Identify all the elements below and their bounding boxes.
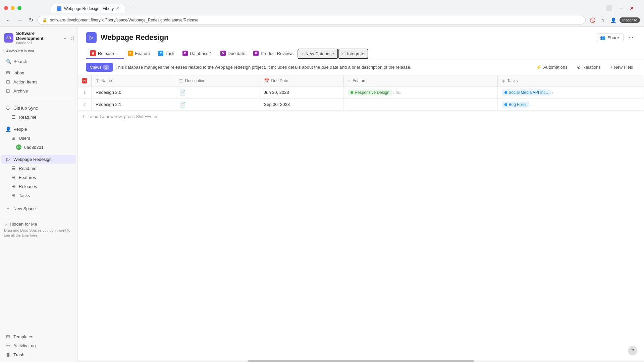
help-button[interactable]: ? bbox=[628, 346, 637, 355]
workspace-logo: SD bbox=[4, 33, 13, 43]
col-features[interactable]: ○ Features bbox=[344, 75, 498, 86]
workspace-id: 6ad8d3d1 bbox=[16, 41, 61, 45]
col-description[interactable]: ☰ Description bbox=[175, 75, 260, 86]
bookmark-icon[interactable]: ☆ bbox=[599, 16, 607, 24]
forward-btn[interactable]: → bbox=[15, 16, 25, 24]
table-header: R ⊤ Name ☰ bbox=[78, 75, 644, 86]
automations-icon: ⚡ bbox=[536, 65, 541, 70]
sidebar-item-archive[interactable]: ⊟ Archive bbox=[1, 86, 76, 95]
hidden-for-me-header[interactable]: ⌄ Hidden for Me bbox=[4, 222, 73, 227]
row-2-due-date[interactable]: Sep 30, 2023 bbox=[260, 99, 344, 111]
tab-due-date[interactable]: D Due date bbox=[216, 49, 250, 59]
relations-label: Relations bbox=[583, 65, 601, 70]
reload-btn[interactable]: ↻ bbox=[27, 15, 35, 24]
sidebar-item-activity-log[interactable]: ☰ Activity Log bbox=[1, 341, 76, 350]
sidebar-item-github-readme[interactable]: ☰ Read.me bbox=[1, 113, 76, 121]
sidebar-item-wr-readme[interactable]: ☰ Read.me bbox=[1, 164, 76, 173]
templates-label: Templates bbox=[13, 334, 72, 339]
sidebar-item-wr-features[interactable]: ⊞ Features bbox=[1, 173, 76, 182]
url-text: software-development.fibery.io/fibery/sp… bbox=[50, 18, 581, 22]
sidebar-item-inbox[interactable]: ✉ Inbox bbox=[1, 68, 76, 77]
sidebar-divider-2 bbox=[4, 216, 73, 216]
browser-titlebar: Webpage Redesign | Fibery ✕ + ⬜ ─ ✕ bbox=[0, 0, 644, 13]
sidebar-item-github-sync[interactable]: ⊙ GitHub Sync bbox=[1, 104, 76, 112]
archive-label: Archive bbox=[13, 88, 72, 94]
releases-table: R ⊤ Name ☰ bbox=[78, 75, 644, 111]
sidebar-item-wr-tasks[interactable]: ⊞ Tasks bbox=[1, 191, 76, 200]
tab-close-btn[interactable]: ✕ bbox=[116, 6, 119, 11]
col-due-date[interactable]: 📅 Due Date bbox=[260, 75, 344, 86]
maximize-window-btn[interactable] bbox=[17, 6, 21, 10]
row-2-description[interactable]: 📄 bbox=[175, 99, 260, 111]
profile-icon[interactable]: 👤 bbox=[608, 16, 618, 24]
wr-features-label: Features bbox=[19, 175, 72, 180]
row-1-due-date[interactable]: Jun 30, 2023 bbox=[260, 86, 344, 99]
col-tasks[interactable]: ◈ Tasks bbox=[498, 75, 644, 86]
row-2-features[interactable] bbox=[344, 99, 498, 111]
sidebar-item-new-space[interactable]: + New Space bbox=[1, 204, 76, 213]
address-bar[interactable]: 🔒 software-development.fibery.io/fibery/… bbox=[37, 16, 586, 24]
desc-col-icon: ☰ bbox=[179, 78, 183, 83]
tab-task-label: Task bbox=[165, 51, 174, 56]
views-label: Views bbox=[90, 65, 101, 70]
row-1-features[interactable]: Responsive Design › In... bbox=[344, 86, 498, 99]
add-row-btn[interactable]: + To add a new row, press Shift+Enter bbox=[78, 111, 644, 122]
more-options-btn[interactable]: ··· bbox=[626, 33, 636, 42]
row-2-name-text: Redesign 2.1 bbox=[96, 102, 121, 107]
new-database-btn[interactable]: + New Database bbox=[298, 49, 338, 59]
col-name[interactable]: ⊤ Name bbox=[92, 75, 175, 86]
workspace-header[interactable]: SD Software Development 6ad8d3d1 ⌄ ◁ bbox=[0, 27, 77, 48]
active-tab[interactable]: Webpage Redesign | Fibery ✕ bbox=[51, 4, 125, 13]
trash-icon: 🗑 bbox=[5, 352, 11, 357]
tab-product-reviews[interactable]: P Product Reviews bbox=[249, 49, 298, 59]
back-btn[interactable]: ← bbox=[4, 16, 13, 24]
tab-feature-label: Feature bbox=[135, 51, 150, 56]
sidebar-collapse-btn[interactable]: ◁ bbox=[69, 35, 73, 41]
camera-off-icon[interactable]: 🚫 bbox=[588, 16, 597, 24]
row-2-tasks[interactable]: Bug Fixes › bbox=[498, 99, 644, 111]
min-btn[interactable]: ─ bbox=[617, 4, 625, 12]
row-1-description[interactable]: 📄 bbox=[175, 86, 260, 99]
release-tab-more[interactable]: ··· bbox=[116, 51, 120, 56]
row-1-name[interactable]: Redesign 2.0 bbox=[92, 86, 175, 99]
horizontal-scrollbar[interactable] bbox=[78, 360, 644, 362]
sidebar-item-trash[interactable]: 🗑 Trash bbox=[1, 350, 76, 359]
row-1-task-tag: Social Media API Int... bbox=[502, 89, 550, 96]
sidebar: SD Software Development 6ad8d3d1 ⌄ ◁ 14 … bbox=[0, 27, 78, 362]
minimize-window-btn[interactable] bbox=[11, 6, 15, 10]
sidebar-item-user-id[interactable]: AD 6ad8d3d1 bbox=[1, 143, 76, 152]
sidebar-item-users[interactable]: ⊞ Users bbox=[1, 134, 76, 142]
new-tab-btn[interactable]: + bbox=[126, 3, 136, 13]
add-row-plus-icon: + bbox=[82, 113, 85, 119]
tab-task[interactable]: T Task bbox=[154, 49, 178, 59]
tab-feature[interactable]: F Feature bbox=[124, 49, 154, 59]
search-inner[interactable]: 🔍 Search bbox=[3, 57, 75, 66]
new-field-btn[interactable]: + New Field bbox=[607, 63, 636, 71]
task-dot-2 bbox=[504, 103, 507, 106]
sidebar-item-people[interactable]: 👤 People bbox=[1, 125, 76, 133]
relations-btn[interactable]: ⊗ Relations bbox=[574, 63, 603, 71]
people-icon: 👤 bbox=[5, 126, 11, 132]
tab-database1[interactable]: D Database 1 bbox=[178, 49, 216, 59]
sidebar-item-templates[interactable]: ⊞ Templates bbox=[1, 332, 76, 341]
readme-icon: ☰ bbox=[11, 114, 16, 120]
sidebar-item-webpage-redesign[interactable]: ▷ Webpage Redesign bbox=[1, 155, 76, 164]
views-button[interactable]: Views 2 bbox=[86, 63, 113, 72]
integrate-btn[interactable]: ⊙ Integrate bbox=[338, 49, 368, 59]
automations-btn[interactable]: ⚡ Automations bbox=[533, 63, 570, 71]
workspace-chevron-icon: ⌄ bbox=[63, 36, 67, 40]
close-btn[interactable]: ✕ bbox=[628, 4, 636, 13]
tab-release[interactable]: R Release ··· bbox=[86, 48, 124, 59]
sidebar-item-action-items[interactable]: ⊞ Action Items bbox=[1, 77, 76, 86]
integrate-icon: ⊙ bbox=[342, 51, 346, 56]
feature-chevron-icon: › bbox=[393, 90, 394, 95]
share-button[interactable]: 👥 Share bbox=[596, 33, 624, 42]
row-1-tasks[interactable]: Social Media API Int... › bbox=[498, 86, 644, 99]
close-window-btn[interactable] bbox=[4, 6, 8, 10]
scroll-thumb[interactable] bbox=[248, 360, 474, 362]
sidebar-search[interactable]: 🔍 Search bbox=[0, 56, 77, 67]
row-2-name[interactable]: Redesign 2.1 bbox=[92, 99, 175, 111]
sidebar-item-wr-releases[interactable]: ⊞ Releases bbox=[1, 182, 76, 191]
window-controls[interactable] bbox=[4, 6, 21, 10]
restore-btn[interactable]: ⬜ bbox=[604, 4, 614, 13]
